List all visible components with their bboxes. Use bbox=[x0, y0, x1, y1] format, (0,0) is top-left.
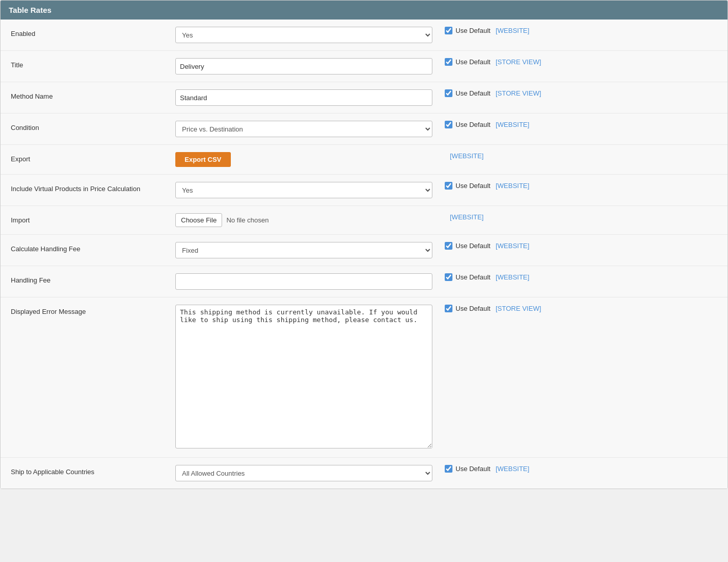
scope-link-ship_to_applicable_countries[interactable]: [WEBSITE] bbox=[496, 465, 530, 473]
control-wrap-condition: Price vs. DestinationWeight vs. Destinat… bbox=[175, 121, 432, 137]
use-default-label-include_virtual[interactable]: Use Default bbox=[445, 182, 490, 190]
control-wrap-calculate_handling_fee: FixedPercent bbox=[175, 242, 432, 258]
scope-link-title[interactable]: [STORE VIEW] bbox=[496, 58, 541, 66]
scope-link-include_virtual[interactable]: [WEBSITE] bbox=[496, 182, 530, 190]
actions-export: [WEBSITE] bbox=[445, 152, 609, 160]
use-default-text-displayed_error_message: Use Default bbox=[456, 305, 490, 312]
form-row-method_name: Method NameUse Default[STORE VIEW] bbox=[1, 82, 727, 114]
control-wrap-import: Choose FileNo file chosen bbox=[175, 213, 432, 227]
label-import: Import bbox=[11, 213, 175, 224]
label-enabled: Enabled bbox=[11, 27, 175, 38]
use-default-label-ship_to_applicable_countries[interactable]: Use Default bbox=[445, 465, 490, 473]
select-calculate_handling_fee[interactable]: FixedPercent bbox=[175, 242, 432, 258]
use-default-text-condition: Use Default bbox=[456, 121, 490, 128]
export-csv-button[interactable]: Export CSV bbox=[175, 152, 231, 167]
use-default-text-calculate_handling_fee: Use Default bbox=[456, 242, 490, 250]
label-method_name: Method Name bbox=[11, 89, 175, 100]
scope-link-enabled[interactable]: [WEBSITE] bbox=[496, 27, 530, 34]
scope-link-handling_fee[interactable]: [WEBSITE] bbox=[496, 273, 530, 281]
choose-file-button[interactable]: Choose File bbox=[175, 213, 222, 227]
label-handling_fee: Handling Fee bbox=[11, 273, 175, 284]
control-wrap-enabled: YesNo bbox=[175, 27, 432, 43]
form-row-enabled: EnabledYesNoUse Default[WEBSITE] bbox=[1, 20, 727, 51]
label-title: Title bbox=[11, 58, 175, 69]
use-default-label-title[interactable]: Use Default bbox=[445, 58, 490, 66]
actions-ship_to_applicable_countries: Use Default[WEBSITE] bbox=[445, 465, 609, 473]
scope-link-export[interactable]: [WEBSITE] bbox=[450, 152, 484, 160]
use-default-checkbox-calculate_handling_fee[interactable] bbox=[445, 242, 452, 250]
no-file-text: No file chosen bbox=[226, 216, 268, 224]
use-default-text-ship_to_applicable_countries: Use Default bbox=[456, 465, 490, 473]
use-default-checkbox-enabled[interactable] bbox=[445, 27, 452, 34]
actions-condition: Use Default[WEBSITE] bbox=[445, 121, 609, 128]
actions-displayed_error_message: Use Default[STORE VIEW] bbox=[445, 305, 609, 312]
form-row-condition: ConditionPrice vs. DestinationWeight vs.… bbox=[1, 114, 727, 145]
form-row-export: ExportExport CSV[WEBSITE] bbox=[1, 145, 727, 175]
control-wrap-method_name bbox=[175, 89, 432, 106]
use-default-checkbox-condition[interactable] bbox=[445, 121, 452, 128]
label-displayed_error_message: Displayed Error Message bbox=[11, 305, 175, 315]
use-default-text-include_virtual: Use Default bbox=[456, 182, 490, 190]
form-row-calculate_handling_fee: Calculate Handling FeeFixedPercentUse De… bbox=[1, 235, 727, 266]
use-default-checkbox-ship_to_applicable_countries[interactable] bbox=[445, 465, 452, 473]
table-rates-panel: Table Rates EnabledYesNoUse Default[WEBS… bbox=[0, 0, 728, 489]
textarea-displayed_error_message[interactable]: This shipping method is currently unavai… bbox=[175, 305, 432, 448]
form-row-import: ImportChoose FileNo file chosen[WEBSITE] bbox=[1, 206, 727, 235]
select-enabled[interactable]: YesNo bbox=[175, 27, 432, 43]
use-default-label-handling_fee[interactable]: Use Default bbox=[445, 273, 490, 281]
form-row-displayed_error_message: Displayed Error MessageThis shipping met… bbox=[1, 297, 727, 458]
label-ship_to_applicable_countries: Ship to Applicable Countries bbox=[11, 465, 175, 476]
panel-body: EnabledYesNoUse Default[WEBSITE]TitleUse… bbox=[1, 20, 727, 489]
form-row-include_virtual: Include Virtual Products in Price Calcul… bbox=[1, 175, 727, 206]
scope-link-method_name[interactable]: [STORE VIEW] bbox=[496, 89, 541, 97]
scope-link-displayed_error_message[interactable]: [STORE VIEW] bbox=[496, 305, 541, 312]
control-wrap-displayed_error_message: This shipping method is currently unavai… bbox=[175, 305, 432, 450]
form-row-ship_to_applicable_countries: Ship to Applicable CountriesAll Allowed … bbox=[1, 458, 727, 489]
use-default-label-displayed_error_message[interactable]: Use Default bbox=[445, 305, 490, 312]
use-default-checkbox-include_virtual[interactable] bbox=[445, 182, 452, 190]
use-default-checkbox-handling_fee[interactable] bbox=[445, 273, 452, 281]
select-condition[interactable]: Price vs. DestinationWeight vs. Destinat… bbox=[175, 121, 432, 137]
actions-calculate_handling_fee: Use Default[WEBSITE] bbox=[445, 242, 609, 250]
form-row-handling_fee: Handling FeeUse Default[WEBSITE] bbox=[1, 266, 727, 297]
label-include_virtual: Include Virtual Products in Price Calcul… bbox=[11, 182, 175, 193]
use-default-label-condition[interactable]: Use Default bbox=[445, 121, 490, 128]
use-default-label-enabled[interactable]: Use Default bbox=[445, 27, 490, 34]
use-default-text-enabled: Use Default bbox=[456, 27, 490, 34]
label-calculate_handling_fee: Calculate Handling Fee bbox=[11, 242, 175, 253]
use-default-text-handling_fee: Use Default bbox=[456, 273, 490, 281]
input-handling_fee[interactable] bbox=[175, 273, 432, 290]
input-title[interactable] bbox=[175, 58, 432, 74]
actions-import: [WEBSITE] bbox=[445, 213, 609, 221]
use-default-label-method_name[interactable]: Use Default bbox=[445, 89, 490, 97]
actions-method_name: Use Default[STORE VIEW] bbox=[445, 89, 609, 97]
file-input-wrap-import: Choose FileNo file chosen bbox=[175, 213, 432, 227]
form-row-title: TitleUse Default[STORE VIEW] bbox=[1, 51, 727, 82]
control-wrap-include_virtual: YesNo bbox=[175, 182, 432, 198]
use-default-text-title: Use Default bbox=[456, 58, 490, 66]
actions-enabled: Use Default[WEBSITE] bbox=[445, 27, 609, 34]
use-default-checkbox-displayed_error_message[interactable] bbox=[445, 305, 452, 312]
use-default-checkbox-method_name[interactable] bbox=[445, 89, 452, 97]
control-wrap-handling_fee bbox=[175, 273, 432, 290]
panel-title: Table Rates bbox=[1, 1, 727, 20]
actions-title: Use Default[STORE VIEW] bbox=[445, 58, 609, 66]
use-default-text-method_name: Use Default bbox=[456, 89, 490, 97]
select-include_virtual[interactable]: YesNo bbox=[175, 182, 432, 198]
input-method_name[interactable] bbox=[175, 89, 432, 106]
use-default-checkbox-title[interactable] bbox=[445, 58, 452, 66]
label-condition: Condition bbox=[11, 121, 175, 132]
scope-link-condition[interactable]: [WEBSITE] bbox=[496, 121, 530, 128]
scope-link-calculate_handling_fee[interactable]: [WEBSITE] bbox=[496, 242, 530, 250]
select-ship_to_applicable_countries[interactable]: All Allowed CountriesSpecific Countries bbox=[175, 465, 432, 481]
label-export: Export bbox=[11, 152, 175, 163]
use-default-label-calculate_handling_fee[interactable]: Use Default bbox=[445, 242, 490, 250]
actions-include_virtual: Use Default[WEBSITE] bbox=[445, 182, 609, 190]
scope-link-import[interactable]: [WEBSITE] bbox=[450, 213, 484, 221]
control-wrap-export: Export CSV bbox=[175, 152, 432, 167]
control-wrap-title bbox=[175, 58, 432, 74]
actions-handling_fee: Use Default[WEBSITE] bbox=[445, 273, 609, 281]
control-wrap-ship_to_applicable_countries: All Allowed CountriesSpecific Countries bbox=[175, 465, 432, 481]
